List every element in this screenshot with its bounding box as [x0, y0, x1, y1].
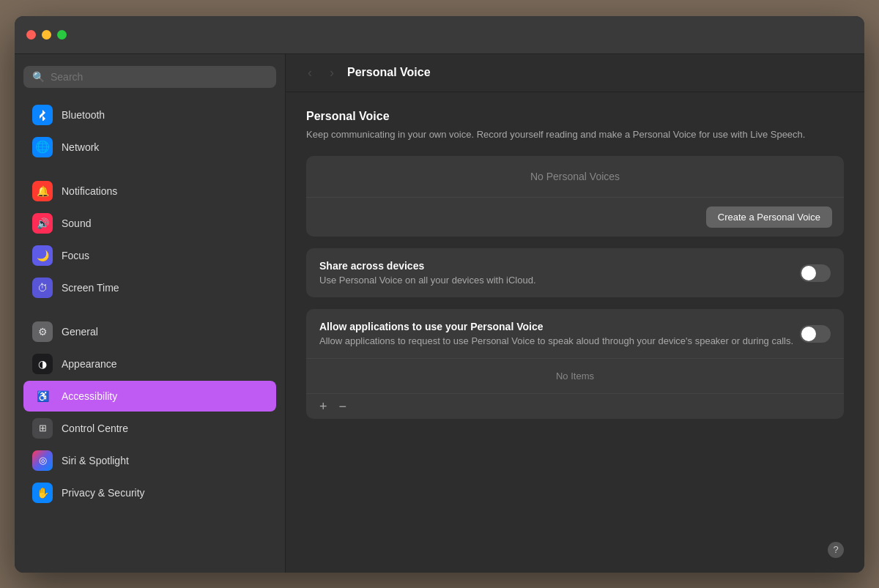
- privacy-icon: ✋: [32, 483, 53, 503]
- sidebar-label-screen-time: Screen Time: [62, 282, 119, 294]
- remove-button[interactable]: −: [336, 400, 350, 413]
- content-area: 🔍 Bluetooth 🌐 Network 🔔 Notificatio: [15, 54, 864, 573]
- page-title: Personal Voice: [347, 66, 431, 79]
- add-remove-bar: + −: [306, 393, 844, 419]
- sidebar-label-network: Network: [62, 141, 99, 153]
- focus-icon: 🌙: [32, 245, 53, 266]
- section-description: Keep communicating in your own voice. Re…: [306, 127, 844, 142]
- card-action-row: Create a Personal Voice: [306, 197, 844, 237]
- sidebar-item-privacy-security[interactable]: ✋ Privacy & Security: [23, 477, 276, 508]
- section-title: Personal Voice: [306, 110, 844, 123]
- allow-apps-title: Allow applications to use your Personal …: [319, 321, 793, 332]
- search-bar[interactable]: 🔍: [23, 66, 276, 88]
- sound-icon: 🔊: [32, 213, 53, 234]
- allow-apps-row: Allow applications to use your Personal …: [306, 309, 844, 358]
- sidebar-item-sound[interactable]: 🔊 Sound: [23, 208, 276, 239]
- no-voices-state: No Personal Voices: [306, 156, 844, 197]
- sidebar-label-notifications: Notifications: [62, 185, 117, 197]
- share-devices-toggle[interactable]: [800, 264, 831, 282]
- sidebar-item-appearance[interactable]: ◑ Appearance: [23, 349, 276, 379]
- share-devices-description: Use Personal Voice on all your devices w…: [319, 275, 536, 286]
- accessibility-icon: ♿: [32, 386, 53, 406]
- sidebar-item-network[interactable]: 🌐 Network: [23, 132, 276, 163]
- sidebar-label-siri-spotlight: Siri & Spotlight: [62, 455, 129, 466]
- no-voices-label: No Personal Voices: [530, 171, 620, 182]
- allow-apps-toggle[interactable]: [800, 325, 831, 343]
- maximize-button[interactable]: [57, 30, 67, 40]
- close-button[interactable]: [26, 30, 36, 40]
- sidebar-item-siri-spotlight[interactable]: ◎ Siri & Spotlight: [23, 445, 276, 476]
- allow-apps-description: Allow applications to request to use Per…: [319, 335, 793, 346]
- titlebar: [15, 16, 864, 54]
- sidebar-item-control-centre[interactable]: ⊞ Control Centre: [23, 413, 276, 444]
- sidebar-item-general[interactable]: ⚙ General: [23, 316, 276, 347]
- create-personal-voice-button[interactable]: Create a Personal Voice: [706, 206, 832, 228]
- add-button[interactable]: +: [316, 400, 330, 413]
- allow-apps-text: Allow applications to use your Personal …: [319, 321, 793, 346]
- main-content-wrapper: ‹ › Personal Voice Personal Voice Keep c…: [286, 54, 864, 573]
- sidebar-label-general: General: [62, 326, 98, 338]
- share-devices-card: Share across devices Use Personal Voice …: [306, 248, 844, 297]
- back-button[interactable]: ‹: [303, 62, 316, 83]
- help-button[interactable]: ?: [828, 542, 844, 558]
- share-devices-row: Share across devices Use Personal Voice …: [306, 248, 844, 297]
- sidebar-item-screen-time[interactable]: ⏱ Screen Time: [23, 272, 276, 303]
- screen-time-icon: ⏱: [32, 278, 53, 298]
- sidebar-label-bluetooth: Bluetooth: [62, 109, 105, 121]
- forward-button[interactable]: ›: [325, 62, 338, 83]
- no-items-label: No Items: [306, 359, 844, 393]
- sidebar-label-privacy-security: Privacy & Security: [62, 487, 145, 499]
- search-icon: 🔍: [32, 71, 45, 83]
- sidebar-label-accessibility: Accessibility: [62, 390, 117, 402]
- bluetooth-icon: [32, 105, 53, 125]
- sidebar-item-accessibility[interactable]: ♿ Accessibility: [23, 381, 276, 412]
- share-devices-title: Share across devices: [319, 260, 536, 272]
- control-centre-icon: ⊞: [32, 418, 53, 439]
- appearance-icon: ◑: [32, 354, 53, 374]
- main-header: ‹ › Personal Voice: [286, 54, 864, 92]
- general-icon: ⚙: [32, 321, 53, 342]
- main-scroll: Personal Voice Keep communicating in you…: [286, 92, 864, 573]
- sidebar-item-bluetooth[interactable]: Bluetooth: [23, 100, 276, 130]
- bottom-section: No Items + −: [306, 358, 844, 419]
- personal-voices-card: No Personal Voices Create a Personal Voi…: [306, 156, 844, 237]
- sidebar-item-focus[interactable]: 🌙 Focus: [23, 240, 276, 271]
- search-input[interactable]: [51, 71, 267, 83]
- network-icon: 🌐: [32, 137, 53, 157]
- siri-icon: ◎: [32, 450, 53, 471]
- section-title-block: Personal Voice Keep communicating in you…: [306, 110, 844, 142]
- sidebar-item-notifications[interactable]: 🔔 Notifications: [23, 176, 276, 206]
- main-content: ‹ › Personal Voice Personal Voice Keep c…: [286, 54, 864, 573]
- notifications-icon: 🔔: [32, 181, 53, 201]
- sidebar-label-appearance: Appearance: [62, 358, 117, 370]
- sidebar-label-control-centre: Control Centre: [62, 423, 128, 434]
- sidebar-label-focus: Focus: [62, 250, 89, 261]
- sidebar: 🔍 Bluetooth 🌐 Network 🔔 Notificatio: [15, 54, 286, 573]
- settings-window: 🔍 Bluetooth 🌐 Network 🔔 Notificatio: [15, 16, 864, 573]
- traffic-lights: [26, 30, 67, 40]
- share-devices-text: Share across devices Use Personal Voice …: [319, 260, 536, 286]
- allow-apps-card: Allow applications to use your Personal …: [306, 309, 844, 419]
- sidebar-label-sound: Sound: [62, 217, 91, 229]
- minimize-button[interactable]: [42, 30, 51, 40]
